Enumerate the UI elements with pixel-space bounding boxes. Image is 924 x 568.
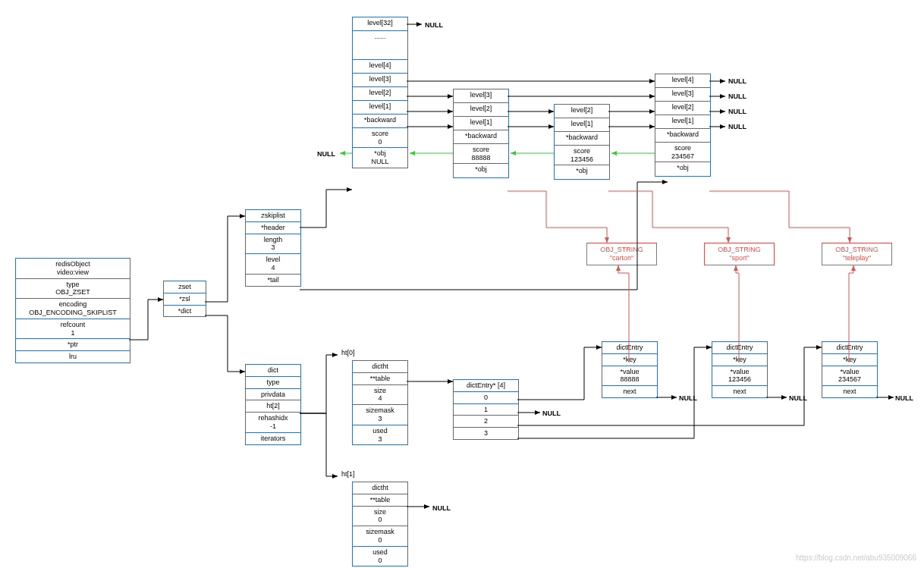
n3-back: *backward (655, 129, 710, 143)
entryarr-3: 3 (454, 428, 518, 439)
hdr-obj: *obj NULL (353, 148, 407, 168)
dict-rehashidx: rehashidx -1 (246, 413, 300, 433)
n3-l1: level[1] (655, 115, 710, 129)
ht1-sizemask: sizemask 0 (353, 526, 407, 547)
ht0-sizemask: sizemask 3 (353, 405, 407, 425)
obj-string-sport: OBJ_STRING "sport" (704, 243, 775, 265)
entryarr-1: 1 (454, 404, 518, 416)
zskiplist-title: zskiplist (246, 210, 300, 222)
entryarr-title: dictEntry* [4] (454, 380, 518, 392)
n3-l2: level[2] (655, 102, 710, 115)
de1-title: dictEntry (602, 342, 657, 354)
n1-score: score 88888 (454, 144, 508, 164)
skiplist-header-node: level[32] ...... level[4] level[3] level… (352, 17, 408, 168)
zset-zsl: *zsl (164, 293, 206, 306)
de3-title: dictEntry (822, 342, 877, 354)
null-hdr-l32: NULL (425, 21, 443, 29)
de3-key: *key (822, 354, 877, 366)
n3-l4: level[4] (655, 74, 710, 88)
obj-string-teleplay: OBJ_STRING "teleplay" (822, 243, 892, 265)
ht1-size: size 0 (353, 507, 407, 527)
redisobject-encoding: encoding OBJ_ENCODING_SKIPLIST (16, 299, 130, 319)
null-ht1-table: NULL (432, 504, 451, 512)
dict-type: type (246, 377, 300, 389)
n3-l3: level[3] (655, 88, 710, 102)
hdr-l32: level[32] (353, 17, 407, 31)
hdr-l3: level[3] (353, 74, 407, 87)
ht0-label: ht[0] (341, 349, 355, 356)
ht1-used: used 0 (353, 547, 407, 566)
ht1-label: ht[1] (341, 470, 355, 478)
n1-l2: level[2] (454, 103, 508, 117)
n3-obj: *obj (655, 162, 710, 176)
ht0-size: size 4 (353, 385, 407, 406)
n2-score: score 123456 (555, 146, 609, 165)
ht0-table: **table (353, 373, 407, 385)
de3-value: *value 234567 (822, 366, 877, 387)
dict-privdata: privdata (246, 389, 300, 401)
redisobject-type: type OBJ_ZSET (16, 279, 130, 300)
hdr-l4: level[4] (353, 60, 407, 74)
null-de1-next: NULL (679, 394, 697, 402)
de3-next: next (822, 386, 877, 397)
de2-value: *value 123456 (712, 366, 767, 387)
n2-l2: level[2] (555, 105, 609, 118)
entryarr-0: 0 (454, 392, 518, 404)
hdr-l2: level[2] (353, 87, 407, 101)
dictentry-array: dictEntry* [4] 0 1 2 3 (453, 379, 519, 440)
ht1-title: dictht (353, 482, 407, 494)
dictht-1: dictht **table size 0 sizemask 0 used 0 (352, 482, 408, 566)
hdr-score: score 0 (353, 128, 407, 148)
dictht-0: dictht **table size 4 sizemask 3 used 3 (352, 360, 408, 445)
de2-key: *key (712, 354, 767, 366)
entryarr-2: 2 (454, 416, 518, 428)
hdr-dots: ...... (353, 31, 407, 60)
redisobject-refcount: refcount 1 (16, 319, 130, 340)
skiplist-node-2: level[2] level[1] *backward score 123456… (554, 104, 610, 180)
dict-box: dict type privdata ht[2] rehashidx -1 it… (245, 364, 301, 445)
n1-l1: level[1] (454, 117, 508, 130)
n3-score: score 234567 (655, 143, 710, 162)
hdr-back: *backward (353, 115, 407, 128)
watermark: https://blog.csdn.net/abu935009066 (796, 554, 916, 562)
null-n3-l3: NULL (728, 93, 746, 100)
zset-dict: *dict (164, 306, 206, 317)
de1-value: *value 88888 (602, 366, 657, 387)
ht0-used: used 3 (353, 425, 407, 445)
redisobject-box: redisObject video:view type OBJ_ZSET enc… (15, 258, 130, 363)
dict-title: dict (246, 365, 300, 377)
dictentry-3: dictEntry *key *value 234567 next (822, 341, 878, 398)
de1-next: next (602, 386, 657, 397)
n1-obj: *obj (454, 164, 508, 177)
redisobject-ptr: *ptr (16, 339, 130, 351)
null-n3-l1: NULL (728, 123, 746, 130)
n2-back: *backward (555, 132, 609, 146)
n2-obj: *obj (555, 165, 609, 179)
zset-box: zset *zsl *dict (163, 281, 206, 317)
null-back-hdr: NULL (317, 150, 335, 158)
obj-string-carton: OBJ_STRING "carton" (586, 243, 657, 265)
de1-key: *key (602, 354, 657, 366)
n2-l1: level[1] (555, 118, 609, 132)
dict-ht: ht[2] (246, 400, 300, 413)
diagram-arrows (0, 0, 924, 568)
ht1-table: **table (353, 494, 407, 507)
zskiplist-header: *header (246, 222, 300, 234)
null-de3-next: NULL (895, 394, 913, 402)
null-n3-l2: NULL (728, 108, 746, 115)
n1-l3: level[3] (454, 89, 508, 103)
dict-iterators: iterators (246, 433, 300, 444)
zskiplist-level: level 4 (246, 254, 300, 275)
de2-next: next (712, 386, 767, 397)
de2-title: dictEntry (712, 342, 767, 354)
null-de2-next: NULL (789, 394, 807, 402)
zskiplist-tail: *tail (246, 275, 300, 286)
skiplist-node-1: level[3] level[2] level[1] *backward sco… (453, 89, 509, 178)
ht0-title: dictht (353, 361, 407, 373)
zset-title: zset (164, 281, 206, 293)
redisobject-lru: lru (16, 351, 130, 362)
redisobject-title: redisObject video:view (16, 259, 130, 279)
hdr-l1: level[1] (353, 101, 407, 115)
dictentry-2: dictEntry *key *value 123456 next (712, 341, 768, 398)
null-n3-l4: NULL (728, 77, 746, 85)
